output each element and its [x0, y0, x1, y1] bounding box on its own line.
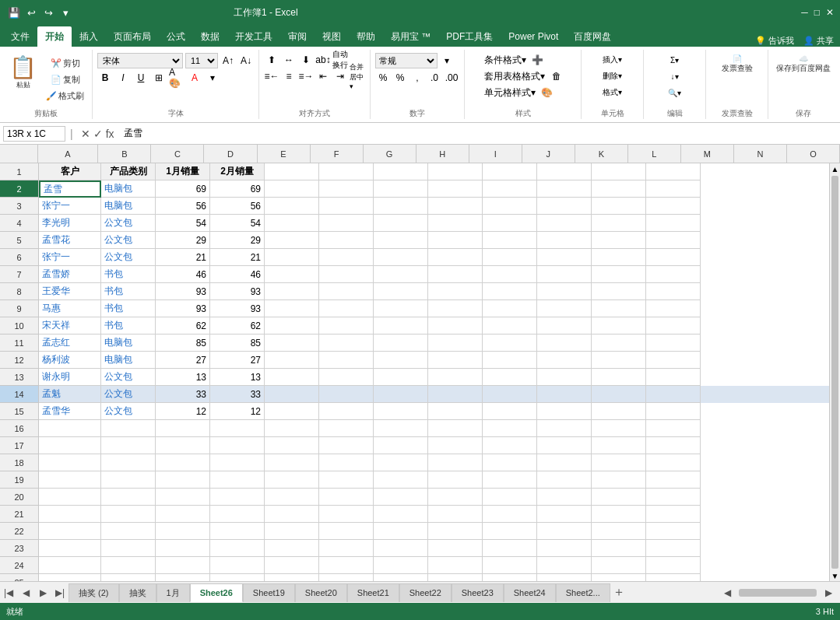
delete-style-btn[interactable]: 🗑: [549, 69, 564, 83]
cell-H14[interactable]: [428, 386, 483, 403]
cell-K10[interactable]: [592, 317, 646, 335]
undo-quick-btn[interactable]: ↩: [23, 5, 39, 20]
tab-nav-first[interactable]: |◀: [0, 584, 17, 601]
cell-A11[interactable]: 孟志红: [39, 335, 101, 352]
save-cloud-btn[interactable]: ☁️ 保存到百度网盘: [773, 53, 834, 75]
cell-H4[interactable]: [428, 215, 483, 232]
cell-L15[interactable]: [646, 403, 701, 420]
increase-decimal-btn[interactable]: .0: [427, 71, 442, 85]
cell-E1[interactable]: [265, 163, 319, 180]
cell-L2[interactable]: [646, 180, 701, 198]
cell-C3[interactable]: 56: [156, 198, 210, 215]
cell-A18[interactable]: [39, 454, 101, 471]
cell-J9[interactable]: [537, 300, 592, 317]
cell-A9[interactable]: 马惠: [39, 300, 101, 317]
horizontal-scrollbar[interactable]: [739, 589, 817, 597]
cell-C13[interactable]: 13: [156, 369, 210, 386]
cell-C10[interactable]: 62: [156, 317, 210, 335]
cell-C2[interactable]: 69: [156, 180, 210, 198]
sheet-tab-choujiang2[interactable]: 抽奖 (2): [69, 583, 119, 602]
cell-E8[interactable]: [265, 283, 319, 300]
cell-F23[interactable]: [319, 540, 374, 557]
cell-K14[interactable]: [592, 386, 646, 403]
row-header-19[interactable]: 19: [0, 471, 39, 489]
cell-J2[interactable]: [537, 180, 592, 198]
cell-L11[interactable]: [646, 335, 701, 352]
cell-K18[interactable]: [592, 454, 646, 471]
tab-yiyongbao[interactable]: 易用宝 ™: [383, 26, 438, 47]
cell-G19[interactable]: [374, 471, 428, 489]
cell-D7[interactable]: 46: [210, 266, 265, 283]
cell-B11[interactable]: 电脑包: [101, 335, 156, 352]
col-header-N[interactable]: N: [734, 145, 787, 163]
cell-B8[interactable]: 书包: [101, 283, 156, 300]
cell-A4[interactable]: 李光明: [39, 215, 101, 232]
col-header-L[interactable]: L: [628, 145, 681, 163]
row-header-8[interactable]: 8: [0, 283, 39, 300]
bold-btn[interactable]: B: [97, 71, 113, 85]
cell-A13[interactable]: 谢永明: [39, 369, 101, 386]
underline-btn[interactable]: U: [133, 71, 149, 85]
cell-K7[interactable]: [592, 266, 646, 283]
cell-I23[interactable]: [483, 540, 537, 557]
conditional-format-btn[interactable]: 条件格式▾: [482, 53, 529, 67]
cell-E15[interactable]: [265, 403, 319, 420]
cell-C11[interactable]: 85: [156, 335, 210, 352]
share-btn[interactable]: 👤 共享: [803, 35, 834, 47]
cell-K21[interactable]: [592, 506, 646, 523]
cell-A5[interactable]: 孟雪花: [39, 232, 101, 249]
cell-E6[interactable]: [265, 249, 319, 266]
table-format-btn[interactable]: 套用表格格式▾: [482, 69, 547, 83]
cell-G9[interactable]: [374, 300, 428, 317]
cell-A16[interactable]: [39, 420, 101, 437]
cell-D11[interactable]: 85: [210, 335, 265, 352]
maximize-btn[interactable]: □: [814, 7, 820, 18]
cell-D10[interactable]: 62: [210, 317, 265, 335]
cell-D24[interactable]: [210, 557, 265, 574]
cell-F16[interactable]: [319, 420, 374, 437]
cell-E19[interactable]: [265, 471, 319, 489]
cell-C18[interactable]: [156, 454, 210, 471]
cell-F4[interactable]: [319, 215, 374, 232]
cell-J6[interactable]: [537, 249, 592, 266]
cell-C22[interactable]: [156, 523, 210, 540]
cell-A1[interactable]: 客户: [39, 163, 101, 180]
row-header-3[interactable]: 3: [0, 198, 39, 215]
cell-L25[interactable]: [646, 574, 701, 581]
cell-C17[interactable]: [156, 437, 210, 454]
confirm-formula-btn[interactable]: ✓: [93, 128, 103, 140]
cell-L9[interactable]: [646, 300, 701, 317]
cell-G23[interactable]: [374, 540, 428, 557]
cell-I13[interactable]: [483, 369, 537, 386]
cell-E17[interactable]: [265, 437, 319, 454]
horiz-scroll-right[interactable]: ▶: [820, 584, 837, 601]
cell-G10[interactable]: [374, 317, 428, 335]
cell-B22[interactable]: [101, 523, 156, 540]
cell-A21[interactable]: [39, 506, 101, 523]
cell-J14[interactable]: [537, 386, 592, 403]
cell-G4[interactable]: [374, 215, 428, 232]
cell-E9[interactable]: [265, 300, 319, 317]
cell-G11[interactable]: [374, 335, 428, 352]
cell-H24[interactable]: [428, 557, 483, 574]
cell-L8[interactable]: [646, 283, 701, 300]
tab-nav-last[interactable]: ▶|: [51, 584, 69, 601]
cell-J25[interactable]: [537, 574, 592, 581]
cell-C24[interactable]: [156, 557, 210, 574]
cell-J12[interactable]: [537, 352, 592, 369]
cell-K2[interactable]: [592, 180, 646, 198]
cell-A22[interactable]: [39, 523, 101, 540]
cell-I18[interactable]: [483, 454, 537, 471]
cell-B12[interactable]: 电脑包: [101, 352, 156, 369]
cell-K17[interactable]: [592, 437, 646, 454]
cell-B7[interactable]: 书包: [101, 266, 156, 283]
cell-K3[interactable]: [592, 198, 646, 215]
cell-I3[interactable]: [483, 198, 537, 215]
cell-C20[interactable]: [156, 489, 210, 506]
cell-E7[interactable]: [265, 266, 319, 283]
cell-A25[interactable]: [39, 574, 101, 581]
cell-L7[interactable]: [646, 266, 701, 283]
cell-D15[interactable]: 12: [210, 403, 265, 420]
cell-J17[interactable]: [537, 437, 592, 454]
cell-I6[interactable]: [483, 249, 537, 266]
